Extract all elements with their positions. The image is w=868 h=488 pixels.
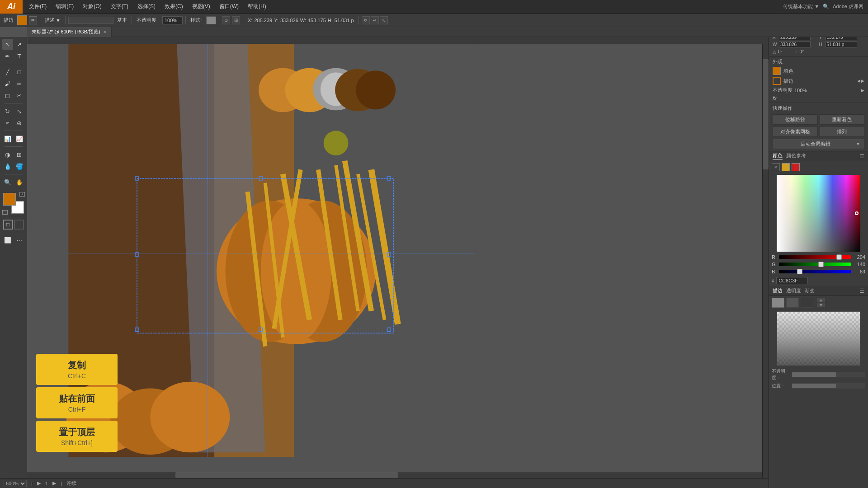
color-spectrum[interactable] — [777, 175, 860, 252]
v-scrollbar-thumb[interactable] — [763, 59, 769, 169]
stroke-up-icon[interactable]: ▶ — [861, 79, 864, 83]
scissors-tool[interactable]: ✂ — [14, 90, 25, 101]
none-color-icon[interactable]: ✕ — [772, 163, 780, 171]
trans-type-solid[interactable] — [772, 298, 784, 308]
grid-icon[interactable]: ⊞ — [232, 16, 240, 24]
rotate-tool-btn[interactable]: ↻ — [2, 106, 13, 117]
direct-select-tool[interactable]: ↗ — [14, 39, 25, 50]
chart-tool[interactable]: 📈 — [14, 133, 25, 144]
menu-view[interactable]: 视图(V) — [188, 1, 215, 12]
action-recolor[interactable]: 重新着色 — [820, 114, 865, 125]
h-scrollbar-thumb[interactable] — [175, 472, 398, 478]
draw-normal-icon[interactable]: □ — [3, 220, 13, 230]
opacity-input[interactable] — [162, 16, 183, 24]
fill-color-box[interactable] — [773, 67, 781, 75]
zoom-tool[interactable]: 🔍 — [2, 177, 13, 188]
free-transform-tool[interactable]: ⊕ — [14, 117, 25, 128]
g-slider-track[interactable] — [779, 263, 851, 266]
more-tools-icon[interactable]: ⋯ — [14, 235, 25, 245]
paint-bucket-tool[interactable]: 🪣 — [14, 161, 25, 172]
v-scrollbar[interactable] — [762, 37, 769, 478]
stroke-color-box2[interactable] — [773, 77, 781, 85]
color-tab[interactable]: 颜色 — [773, 152, 783, 160]
menu-select[interactable]: 选择(S) — [133, 1, 160, 12]
g-slider-thumb[interactable] — [818, 262, 824, 267]
r-slider-thumb[interactable] — [836, 254, 842, 260]
mirror-tool[interactable]: ⇔ — [371, 16, 379, 24]
default-colors-icon[interactable]: ⬛ — [2, 210, 8, 215]
action-offset-path[interactable]: 位移路径 — [773, 114, 818, 125]
copy-label: 复制 — [68, 359, 86, 371]
circle-icon[interactable]: ⊙ — [222, 16, 230, 24]
swap-colors-icon[interactable]: ⇄ — [19, 192, 25, 197]
app-name: Ai — [7, 2, 15, 11]
menu-help[interactable]: 帮助(H) — [243, 1, 271, 12]
opacity-arrow[interactable]: ▶ — [861, 88, 864, 93]
context-menu-copy[interactable]: 复制 Ctrl+C — [36, 354, 118, 385]
graph-tool[interactable]: 📊 — [2, 133, 13, 144]
stroke-down-icon[interactable]: ◀ — [857, 79, 860, 83]
pencil-tool[interactable]: ✏ — [14, 78, 25, 89]
position-slider-track[interactable] — [792, 383, 865, 389]
screen-mode-icon[interactable]: ⬜ — [2, 235, 13, 245]
draw-behind-icon[interactable] — [14, 220, 24, 230]
tab-close-icon[interactable]: ✕ — [103, 29, 107, 34]
mesh-tool[interactable]: ⊞ — [14, 149, 25, 160]
menu-file[interactable]: 文件(F) — [24, 1, 51, 12]
pen-tool[interactable]: ✒ — [2, 51, 13, 61]
w-input[interactable] — [779, 41, 811, 47]
trans-type-gradient[interactable] — [786, 298, 799, 308]
rotate-tool[interactable]: ↻ — [362, 16, 370, 24]
paintbrush-tool[interactable]: 🖌 — [2, 78, 13, 89]
style-box[interactable] — [206, 16, 216, 24]
stroke-selector[interactable] — [68, 17, 113, 24]
color-ref-tab[interactable]: 颜色参考 — [786, 152, 806, 160]
r-slider-track[interactable] — [779, 255, 851, 259]
b-slider-thumb[interactable] — [797, 269, 802, 274]
trans-type-pattern[interactable] — [801, 298, 813, 308]
context-menu-bring-front[interactable]: 置于顶层 Shift+Ctrl+] — [36, 421, 118, 452]
warp-tool[interactable]: ≈ — [2, 117, 13, 128]
active-color-icon[interactable] — [792, 163, 800, 171]
hand-tool[interactable]: ✋ — [14, 177, 25, 188]
gradient-tab[interactable]: 渐变 — [805, 287, 815, 294]
menu-edit[interactable]: 编辑(E) — [51, 1, 78, 12]
stroke-tab[interactable]: 描边 — [773, 287, 783, 294]
selection-tool[interactable]: ↖ — [2, 39, 13, 50]
zoom-select[interactable]: 600% — [4, 480, 27, 487]
menu-window[interactable]: 窗口(W) — [215, 1, 243, 12]
menu-effect[interactable]: 效果(C) — [160, 1, 188, 12]
action-arrange[interactable]: 排列 — [820, 127, 865, 137]
scale-tool[interactable]: ⤡ — [380, 16, 388, 24]
rect-tool[interactable]: □ — [14, 66, 25, 77]
eyedropper-tool[interactable]: 💧 — [2, 161, 13, 172]
scale-tool-btn[interactable]: ⤡ — [14, 106, 25, 117]
search-icon[interactable]: 🔍 — [823, 4, 829, 9]
transparency-tab[interactable]: 透明度 — [786, 287, 801, 294]
global-edit-arrow[interactable]: ▼ — [856, 141, 860, 146]
brush-icon[interactable]: ✏ — [29, 16, 37, 24]
draw-mode[interactable]: 描述 ▼ — [43, 17, 62, 23]
context-menu-paste-front[interactable]: 贴在前面 Ctrl+F — [36, 387, 118, 418]
trans-down[interactable]: ▼ — [817, 303, 825, 307]
document-tab[interactable]: 未标题-2* @ 600% (RGB/预览) ✕ — [27, 27, 112, 37]
h-input[interactable] — [826, 41, 857, 47]
trans-up[interactable]: ▲ — [817, 298, 825, 302]
h-scrollbar[interactable] — [27, 472, 769, 478]
color-options-icon[interactable]: ☰ — [859, 153, 864, 160]
b-slider-track[interactable] — [779, 270, 851, 273]
fill-mode-icon[interactable] — [782, 163, 790, 171]
fill-swatch[interactable] — [3, 193, 16, 206]
action-global-edit[interactable]: 启动全局编辑 — [777, 141, 854, 147]
menu-text[interactable]: 文字(T) — [106, 1, 133, 12]
eraser-tool[interactable]: ◻ — [2, 90, 13, 101]
menu-object[interactable]: 对象(O) — [78, 1, 106, 12]
opacity-slider-track[interactable] — [792, 372, 865, 377]
action-align-pixel[interactable]: 对齐像素网格 — [773, 127, 818, 137]
type-tool[interactable]: T — [14, 51, 25, 61]
stroke-color-box[interactable] — [17, 15, 27, 25]
hex-input[interactable] — [776, 277, 808, 284]
trans-options-icon[interactable]: ☰ — [859, 288, 864, 294]
line-tool[interactable]: ╱ — [2, 66, 13, 77]
gradient-tool[interactable]: ◑ — [2, 149, 13, 160]
